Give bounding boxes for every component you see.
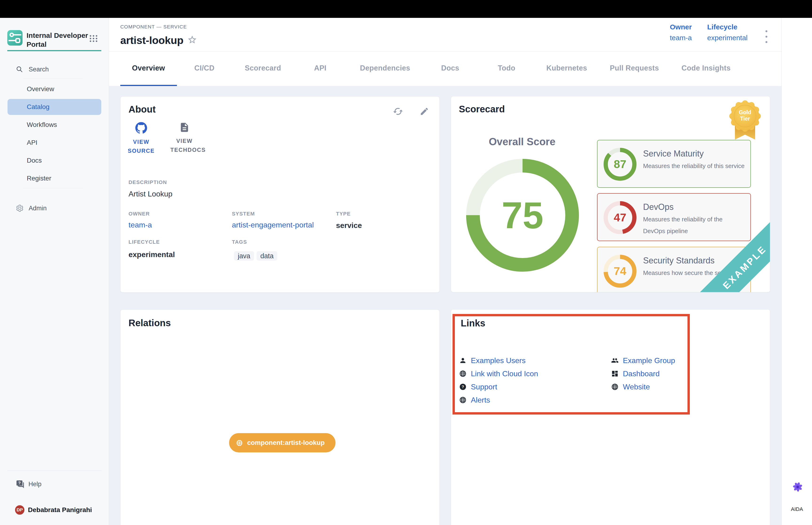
svg-text:?: ?: [18, 481, 21, 485]
svg-text:Tier: Tier: [740, 116, 750, 122]
svg-text:Gold: Gold: [739, 109, 751, 115]
svg-text:?: ?: [462, 385, 464, 389]
